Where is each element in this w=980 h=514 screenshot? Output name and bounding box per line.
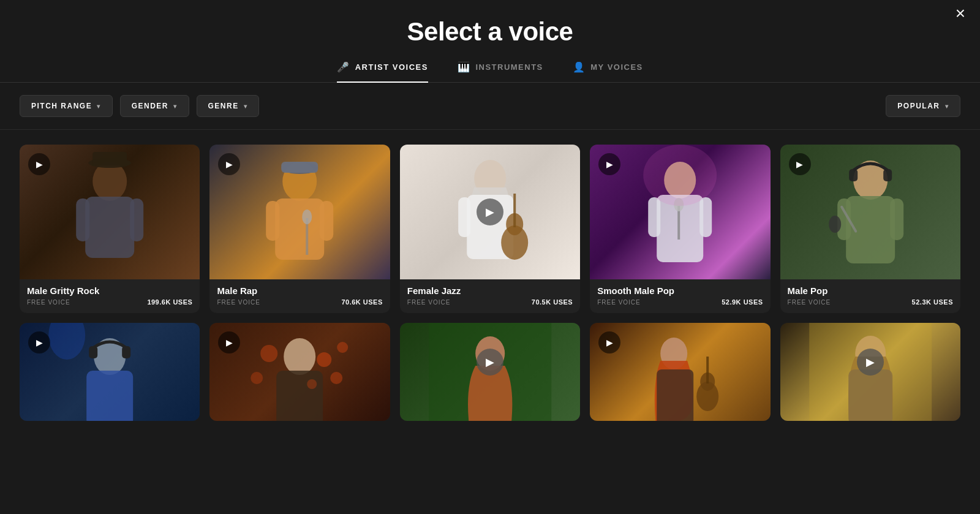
voice-uses: 52.3K USES xyxy=(912,298,953,306)
svg-point-45 xyxy=(261,345,278,362)
close-button[interactable]: × xyxy=(956,5,965,22)
play-button[interactable]: ▶ xyxy=(28,331,50,353)
card-meta: FREE VOICE 52.9K USES xyxy=(597,298,763,306)
voice-card-female-jazz[interactable]: ▶ Female Jazz FREE VOICE 70.5K U xyxy=(400,145,580,313)
svg-rect-2 xyxy=(76,198,89,241)
tab-my-voices[interactable]: 👤 MY VOICES xyxy=(573,61,643,83)
svg-point-44 xyxy=(307,379,317,389)
svg-point-39 xyxy=(48,323,85,360)
gender-filter[interactable]: GENDER ▾ xyxy=(120,95,189,117)
play-button[interactable]: ▶ xyxy=(28,153,50,175)
genre-filter[interactable]: GENRE ▾ xyxy=(197,95,260,117)
svg-point-47 xyxy=(337,342,349,353)
chevron-down-icon: ▾ xyxy=(173,103,178,110)
svg-point-42 xyxy=(317,352,332,367)
svg-rect-5 xyxy=(92,152,127,165)
card-image: ▶ xyxy=(590,145,770,279)
svg-rect-3 xyxy=(130,198,143,241)
play-button[interactable]: ▶ xyxy=(598,331,620,353)
header: Select a voice × 🎤 ARTIST VOICES 🎹 INSTR… xyxy=(0,0,980,83)
tabs: 🎤 ARTIST VOICES 🎹 INSTRUMENTS 👤 MY VOICE… xyxy=(0,61,980,83)
card-image: ▶ xyxy=(209,145,390,279)
svg-rect-54 xyxy=(706,357,709,384)
voice-name: Male Rap xyxy=(217,285,382,296)
card-image: ▶ xyxy=(590,323,770,421)
voice-tag: FREE VOICE xyxy=(788,299,831,306)
svg-rect-31 xyxy=(849,169,858,181)
voice-name: Male Gritty Rock xyxy=(27,285,192,296)
person-icon: 👤 xyxy=(573,61,586,73)
svg-rect-30 xyxy=(890,198,903,240)
svg-point-34 xyxy=(829,216,841,233)
card-image: ▶ xyxy=(20,145,200,279)
card-meta: FREE VOICE 52.3K USES xyxy=(788,298,953,306)
svg-rect-7 xyxy=(276,198,325,260)
voice-card-6[interactable]: ▶ xyxy=(20,323,200,421)
voice-uses: 199.6K USES xyxy=(147,298,192,306)
piano-icon: 🎹 xyxy=(458,61,471,73)
card-image: ▶ xyxy=(20,323,200,421)
card-info: Male Gritty Rock FREE VOICE 199.6K USES xyxy=(20,279,200,313)
svg-rect-23 xyxy=(699,197,712,237)
voices-grid-container: ▶ Male Gritty Rock FREE VOICE 199.6K USE… xyxy=(0,130,980,514)
voice-tag: FREE VOICE xyxy=(407,299,451,306)
svg-rect-9 xyxy=(320,201,334,241)
card-meta: FREE VOICE 70.6K USES xyxy=(217,298,382,306)
voice-uses: 52.9K USES xyxy=(722,298,763,306)
voice-card-smooth-male-pop[interactable]: ▶ Smooth Male Pop FREE VOICE 52. xyxy=(590,145,770,313)
svg-rect-51 xyxy=(657,369,693,421)
chevron-down-icon: ▾ xyxy=(97,103,101,110)
svg-rect-41 xyxy=(277,371,323,421)
voice-card-8[interactable]: ▶ xyxy=(400,323,580,421)
tab-artist-voices[interactable]: 🎤 ARTIST VOICES xyxy=(337,61,428,83)
svg-rect-28 xyxy=(846,196,895,263)
card-info: Male Rap FREE VOICE 70.6K USES xyxy=(209,279,390,313)
voice-card-male-gritty-rock[interactable]: ▶ Male Gritty Rock FREE VOICE 199.6K USE… xyxy=(20,145,200,313)
play-button[interactable]: ▶ xyxy=(598,153,620,175)
play-button[interactable]: ▶ xyxy=(857,349,884,376)
svg-rect-36 xyxy=(86,371,133,421)
svg-point-43 xyxy=(331,372,343,384)
voice-card-male-rap[interactable]: ▶ Male Rap FREE VOICE xyxy=(209,145,390,313)
svg-rect-11 xyxy=(282,162,318,173)
voice-uses: 70.6K USES xyxy=(341,298,382,306)
play-button[interactable]: ▶ xyxy=(789,153,811,175)
card-image: ▶ xyxy=(209,323,390,421)
card-info: Female Jazz FREE VOICE 70.5K USES xyxy=(400,279,580,313)
chevron-down-icon: ▾ xyxy=(244,103,248,110)
voice-tag: FREE VOICE xyxy=(597,299,641,306)
voice-card-9[interactable]: ▶ xyxy=(590,323,770,421)
sort-filter[interactable]: POPULAR ▾ xyxy=(886,95,960,117)
svg-rect-22 xyxy=(648,197,660,237)
svg-point-13 xyxy=(303,210,312,224)
voice-card-10[interactable]: ▶ xyxy=(780,323,960,421)
svg-rect-38 xyxy=(122,346,130,358)
voice-card-male-pop[interactable]: ▶ Male Pop FREE VOIC xyxy=(780,145,960,313)
play-button[interactable]: ▶ xyxy=(477,349,503,376)
svg-rect-32 xyxy=(883,169,892,181)
voice-name: Male Pop xyxy=(788,285,953,296)
svg-point-26 xyxy=(643,145,717,206)
card-info: Smooth Male Pop FREE VOICE 52.9K USES xyxy=(590,279,770,313)
svg-point-46 xyxy=(251,372,263,384)
chevron-down-icon: ▾ xyxy=(945,103,949,110)
voice-name: Smooth Male Pop xyxy=(597,285,763,296)
voice-name: Female Jazz xyxy=(407,285,573,296)
voice-tag: FREE VOICE xyxy=(27,299,70,306)
voices-grid: ▶ Male Gritty Rock FREE VOICE 199.6K USE… xyxy=(20,145,960,421)
svg-rect-57 xyxy=(848,369,892,421)
svg-rect-19 xyxy=(513,194,516,227)
voice-card-7[interactable]: ▶ xyxy=(209,323,390,421)
card-meta: FREE VOICE 70.5K USES xyxy=(407,298,573,306)
card-image: ▶ xyxy=(780,145,960,279)
pitch-range-filter[interactable]: PITCH RANGE ▾ xyxy=(20,95,113,117)
card-info: Male Pop FREE VOICE 52.3K USES xyxy=(780,279,960,313)
sort-filter-wrapper: POPULAR ▾ xyxy=(886,95,960,117)
svg-rect-1 xyxy=(85,197,134,258)
voice-tag: FREE VOICE xyxy=(217,299,260,306)
play-button[interactable]: ▶ xyxy=(477,198,503,225)
svg-rect-16 xyxy=(458,197,470,237)
tab-instruments[interactable]: 🎹 INSTRUMENTS xyxy=(458,61,543,83)
filters-bar: PITCH RANGE ▾ GENDER ▾ GENRE ▾ POPULAR ▾ xyxy=(0,83,980,130)
svg-rect-8 xyxy=(266,201,280,241)
